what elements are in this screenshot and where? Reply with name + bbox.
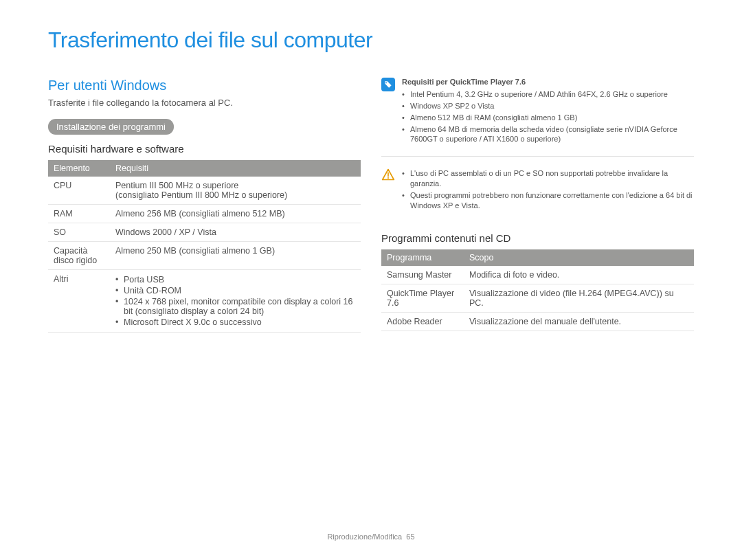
list-item: Windows XP SP2 o Vista (402, 100, 694, 112)
info-note: Requisiti per QuickTime Player 7.6 Intel… (381, 78, 694, 145)
list-item: Questi programmi potrebbero non funziona… (402, 190, 694, 212)
table-row: QuickTime Player 7.6 Visualizzazione di … (381, 284, 694, 312)
requirements-table: Elemento Requisiti CPU Pentium III 500 M… (48, 160, 361, 333)
th-requisiti: Requisiti (110, 160, 361, 177)
cell-req: Almeno 256 MB (consigliati almeno 512 MB… (110, 205, 361, 223)
cell-el: RAM (48, 205, 110, 223)
table-row: SO Windows 2000 / XP / Vista (48, 223, 361, 242)
intro-text: Trasferite i file collegando la fotocame… (48, 98, 361, 108)
cell-scope: Visualizzazione del manuale dell'utente. (464, 312, 694, 331)
cell-program: Adobe Reader (381, 312, 464, 331)
page-footer: Riproduzione/Modifica 65 (0, 533, 742, 541)
section-heading-windows: Per utenti Windows (48, 78, 361, 93)
list-item: Intel Pentium 4, 3.2 GHz o superiore / A… (402, 89, 694, 100)
cell-scope: Modifica di foto e video. (464, 266, 694, 284)
table-row: Altri Porta USB Unità CD-ROM 1024 x 768 … (48, 270, 361, 333)
table-row: Capacità disco rigido Almeno 250 MB (con… (48, 242, 361, 270)
divider (381, 156, 694, 157)
footer-page-number: 65 (406, 533, 414, 541)
list-item: Microsoft Direct X 9.0c o successivo (115, 317, 355, 328)
table-row: CPU Pentium III 500 MHz o superiore (con… (48, 177, 361, 205)
right-column: Requisiti per QuickTime Player 7.6 Intel… (381, 78, 694, 333)
install-pill: Installazione dei programmi (48, 119, 174, 135)
info-note-title: Requisiti per QuickTime Player 7.6 (402, 78, 694, 86)
requirements-subheading: Requisiti hardware e software (48, 143, 361, 155)
table-row: Adobe Reader Visualizzazione del manuale… (381, 312, 694, 331)
warning-note: L'uso di PC assemblati o di un PC e SO n… (381, 168, 694, 211)
programs-table: Programma Scopo Samsung Master Modifica … (381, 249, 694, 331)
list-item: Almeno 64 MB di memoria della scheda vid… (402, 124, 694, 146)
th-elemento: Elemento (48, 160, 110, 177)
list-item: 1024 x 768 pixel, monitor compatibile co… (115, 296, 355, 317)
left-column: Per utenti Windows Trasferite i file col… (48, 78, 361, 333)
th-programma: Programma (381, 249, 464, 266)
info-icon (381, 78, 395, 91)
list-item: Unità CD-ROM (115, 285, 355, 296)
list-item: Almeno 512 MB di RAM (consigliati almeno… (402, 112, 694, 124)
cell-el: Capacità disco rigido (48, 242, 110, 270)
cell-el: SO (48, 223, 110, 242)
cell-el: CPU (48, 177, 110, 205)
cell-req: Porta USB Unità CD-ROM 1024 x 768 pixel,… (110, 270, 361, 333)
cell-scope: Visualizzazione di video (file H.264 (MP… (464, 284, 694, 312)
th-scopo: Scopo (464, 249, 694, 266)
footer-section: Riproduzione/Modifica (327, 533, 402, 541)
programs-heading: Programmi contenuti nel CD (381, 232, 694, 244)
cell-program: Samsung Master (381, 266, 464, 284)
page-title: Trasferimento dei file sul computer (48, 27, 694, 53)
cell-el: Altri (48, 270, 110, 333)
table-row: Samsung Master Modifica di foto e video. (381, 266, 694, 284)
cell-program: QuickTime Player 7.6 (381, 284, 464, 312)
warning-icon (381, 168, 395, 181)
list-item: Porta USB (115, 274, 355, 285)
table-row: RAM Almeno 256 MB (consigliati almeno 51… (48, 205, 361, 223)
cell-req: Pentium III 500 MHz o superiore (consigl… (110, 177, 361, 205)
list-item: L'uso di PC assemblati o di un PC e SO n… (402, 168, 694, 190)
svg-point-1 (387, 177, 389, 179)
cell-req: Almeno 250 MB (consigliati almeno 1 GB) (110, 242, 361, 270)
cell-req: Windows 2000 / XP / Vista (110, 223, 361, 242)
